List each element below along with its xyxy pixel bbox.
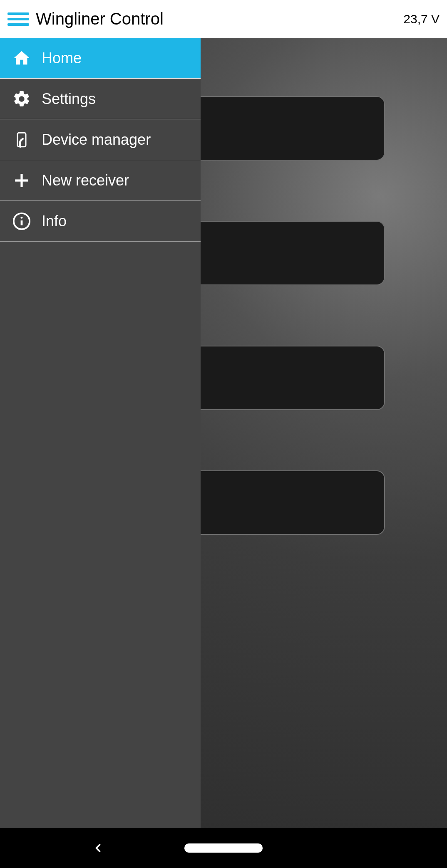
home-pill[interactable]: [184, 843, 263, 853]
menu-item-new-receiver[interactable]: New receiver: [0, 160, 201, 201]
app-header: Wingliner Control 23,7 V: [0, 0, 447, 38]
hamburger-menu-icon[interactable]: [7, 8, 29, 30]
navigation-drawer: Home Settings Device manager New receive…: [0, 38, 201, 828]
menu-label: New receiver: [42, 172, 129, 189]
info-icon: [11, 210, 32, 232]
app-title: Wingliner Control: [36, 10, 403, 28]
menu-label: Home: [42, 49, 82, 67]
menu-item-device-manager[interactable]: Device manager: [0, 119, 201, 160]
device-icon: [11, 129, 32, 151]
menu-item-info[interactable]: Info: [0, 201, 201, 242]
voltage-indicator: 23,7 V: [403, 12, 440, 26]
menu-label: Settings: [42, 90, 96, 108]
back-icon[interactable]: [92, 842, 104, 854]
home-icon: [11, 47, 32, 69]
gear-icon: [11, 88, 32, 110]
menu-item-home[interactable]: Home: [0, 38, 201, 79]
svg-point-1: [22, 138, 24, 140]
menu-item-settings[interactable]: Settings: [0, 79, 201, 119]
menu-label: Device manager: [42, 131, 151, 148]
plus-icon: [11, 170, 32, 191]
android-nav-bar: [0, 828, 447, 868]
menu-label: Info: [42, 213, 67, 230]
svg-point-6: [21, 216, 23, 218]
